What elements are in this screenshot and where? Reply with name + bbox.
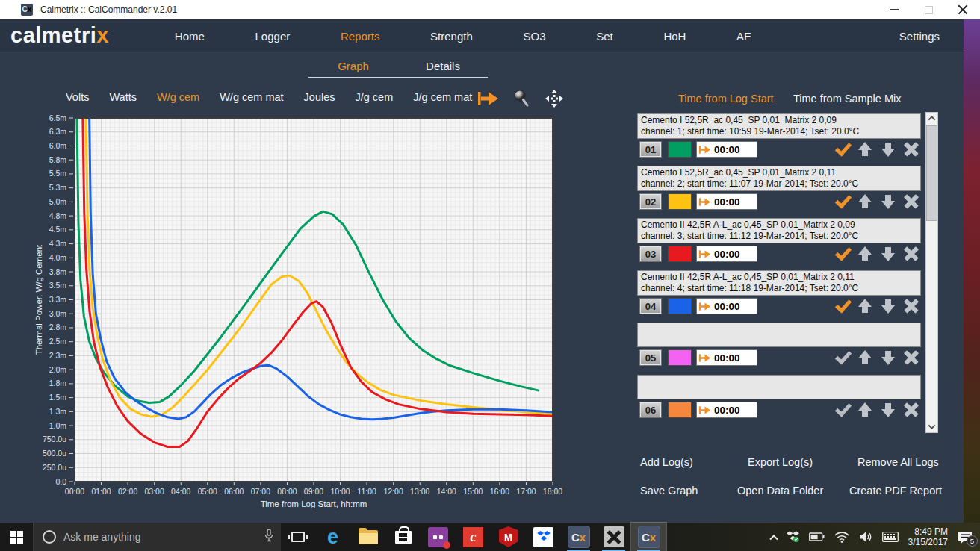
unit-wg-cem[interactable]: W/g cem — [157, 91, 199, 103]
move-up-icon[interactable] — [856, 141, 875, 158]
taskbar-file-explorer[interactable] — [350, 523, 385, 551]
taskbar-calcommander-active[interactable]: Cx — [631, 523, 666, 551]
pan-icon[interactable] — [542, 88, 566, 109]
create-pdf-report-button[interactable]: Create PDF Report — [849, 485, 942, 496]
channel-color-swatch[interactable] — [668, 349, 692, 366]
start-button[interactable] — [0, 523, 33, 551]
remove-log-icon[interactable] — [902, 141, 921, 158]
log-description-box[interactable] — [637, 323, 921, 347]
move-down-icon[interactable] — [879, 349, 898, 366]
unit-watts[interactable]: Watts — [109, 91, 137, 103]
log-description-box[interactable]: Cemento II 42,5R A-L_ac 0,45_SP 0,01_Mat… — [637, 270, 921, 296]
nav-strength[interactable]: Strength — [430, 30, 473, 43]
nav-set[interactable]: Set — [596, 30, 613, 43]
close-button[interactable] — [946, 0, 980, 19]
minimize-button[interactable] — [877, 0, 911, 19]
tab-details[interactable]: Details — [398, 57, 488, 76]
taskbar-red-app[interactable]: c — [456, 523, 491, 551]
log-description-box[interactable]: Cemento I 52,5R_ac 0,45_SP 0,01_Matrix 2… — [637, 166, 921, 191]
battery-icon[interactable] — [809, 532, 825, 541]
maximize-button[interactable] — [911, 0, 946, 19]
open-data-folder-button[interactable]: Open Data Folder — [737, 485, 823, 496]
remove-log-icon[interactable] — [902, 193, 921, 210]
wifi-icon[interactable] — [834, 532, 849, 543]
export-logs-button[interactable]: Export Log(s) — [748, 456, 813, 468]
tab-graph[interactable]: Graph — [308, 57, 398, 76]
move-up-icon[interactable] — [856, 402, 875, 418]
add-logs-button[interactable]: Add Log(s) — [640, 456, 693, 468]
channel-color-swatch[interactable] — [668, 246, 692, 262]
taskbar-gray-x-app[interactable] — [596, 523, 631, 551]
tray-dropbox-icon[interactable] — [787, 531, 799, 543]
offset-time-input[interactable]: 00:00 — [696, 402, 757, 418]
nav-ae[interactable]: AE — [736, 30, 751, 43]
cortana-search-box[interactable]: Ask me anything — [33, 523, 281, 551]
offset-time-input[interactable]: 00:00 — [696, 349, 757, 366]
log-description-box[interactable] — [637, 375, 921, 399]
apply-check-icon[interactable] — [833, 141, 852, 158]
unit-jg-cem[interactable]: J/g cem — [356, 91, 394, 103]
move-down-icon[interactable] — [879, 402, 898, 418]
unit-jg-cem-mat[interactable]: J/g cem mat — [413, 91, 472, 103]
scrollbar-thumb[interactable] — [926, 125, 937, 221]
move-down-icon[interactable] — [879, 298, 898, 314]
scroll-up-icon[interactable] — [926, 113, 937, 124]
move-down-icon[interactable] — [879, 141, 898, 158]
taskbar-calcommander[interactable]: Cx — [561, 523, 596, 551]
volume-icon[interactable] — [859, 531, 872, 543]
tray-clock[interactable]: 8:49 PM 3/15/2017 — [908, 526, 948, 547]
move-up-icon[interactable] — [856, 298, 875, 314]
move-down-icon[interactable] — [879, 246, 898, 262]
apply-check-icon[interactable] — [833, 298, 852, 314]
channel-color-swatch[interactable] — [668, 402, 692, 418]
nav-hoh[interactable]: HoH — [663, 30, 686, 43]
time-from-log-start-toggle[interactable]: Time from Log Start — [678, 93, 774, 105]
remove-log-icon[interactable] — [902, 349, 921, 366]
offset-time-input[interactable]: 00:00 — [696, 141, 757, 158]
offset-time-input[interactable]: 00:00 — [696, 298, 757, 314]
taskbar-dropbox[interactable] — [526, 523, 561, 551]
remove-log-icon[interactable] — [902, 246, 921, 262]
taskbar-edge[interactable]: e — [315, 523, 350, 551]
move-up-icon[interactable] — [856, 193, 875, 210]
taskbar-mcafee[interactable]: M — [491, 523, 526, 551]
scroll-down-icon[interactable] — [926, 421, 937, 432]
keyboard-icon[interactable] — [882, 532, 899, 542]
save-graph-button[interactable]: Save Graph — [640, 485, 698, 496]
time-from-sample-mix-toggle[interactable]: Time from Sample Mix — [793, 93, 901, 105]
taskbar-messaging-app[interactable] — [421, 523, 456, 551]
task-view-button[interactable] — [281, 523, 315, 551]
log-list-scrollbar[interactable] — [925, 112, 938, 433]
taskbar-store[interactable] — [385, 523, 421, 551]
thermal-power-chart[interactable]: 00:0001:0002:0003:0004:0005:0006:0007:00… — [30, 110, 565, 517]
apply-check-icon[interactable] — [833, 193, 852, 210]
channel-color-swatch[interactable] — [668, 141, 692, 158]
apply-check-icon[interactable] — [833, 246, 852, 262]
action-center-button[interactable]: 5 — [958, 531, 973, 544]
offset-time-input[interactable]: 00:00 — [696, 246, 757, 262]
zoom-icon[interactable] — [509, 88, 533, 109]
apply-check-icon[interactable] — [833, 402, 852, 418]
move-up-icon[interactable] — [856, 349, 875, 366]
tray-expand-icon[interactable] — [771, 534, 777, 540]
remove-log-icon[interactable] — [902, 298, 921, 314]
nav-settings[interactable]: Settings — [899, 19, 940, 52]
nav-reports[interactable]: Reports — [341, 30, 380, 43]
remove-all-logs-button[interactable]: Remove All Logs — [858, 456, 939, 468]
remove-log-icon[interactable] — [902, 402, 921, 418]
unit-joules[interactable]: Joules — [304, 91, 335, 103]
unit-wg-cem-mat[interactable]: W/g cem mat — [220, 91, 283, 103]
move-down-icon[interactable] — [879, 193, 898, 210]
log-description-box[interactable]: Cemento I 52,5R_ac 0,45_SP 0,01_Matrix 2… — [637, 113, 921, 139]
channel-color-swatch[interactable] — [668, 193, 692, 210]
move-up-icon[interactable] — [856, 246, 875, 262]
microphone-icon[interactable] — [264, 529, 273, 545]
log-description-box[interactable]: Cemento II 42,5R A-L_ac 0,45_SP 0,01_Mat… — [637, 218, 921, 243]
channel-color-swatch[interactable] — [668, 298, 692, 314]
unit-volts[interactable]: Volts — [66, 91, 89, 103]
nav-logger[interactable]: Logger — [255, 30, 291, 43]
offset-arrow-icon[interactable] — [477, 88, 500, 109]
apply-check-icon[interactable] — [833, 349, 852, 366]
offset-time-input[interactable]: 00:00 — [696, 193, 757, 210]
nav-home[interactable]: Home — [175, 30, 205, 43]
